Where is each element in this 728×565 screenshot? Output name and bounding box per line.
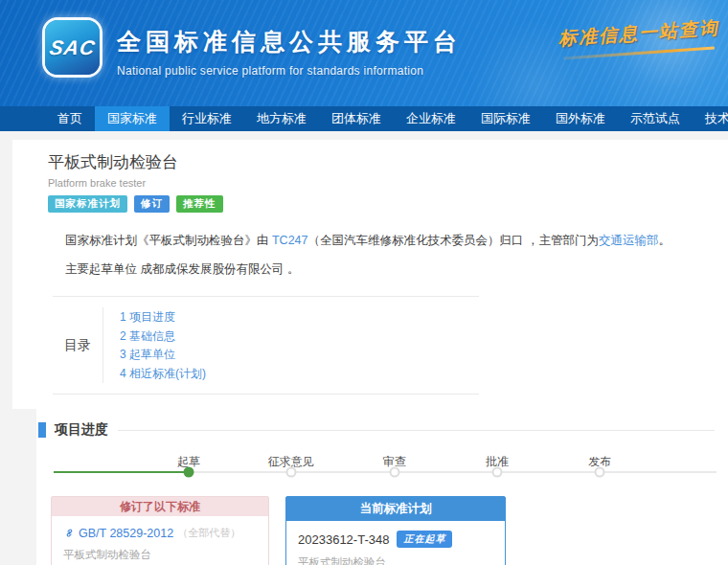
section-header: 项目进度 (36, 421, 728, 439)
toc-links: 1 项目进度 2 基础信息 3 起草单位 4 相近标准(计划) (103, 307, 206, 383)
nav-item-pilot-demos[interactable]: 示范试点 (618, 106, 693, 131)
ministry-of-transport-link[interactable]: 交通运输部 (599, 234, 659, 247)
current-card-body: 20233612-T-348 正在起草 平板式制动检验台 (286, 521, 505, 565)
nav-item-foreign-standards[interactable]: 国外标准 (543, 106, 618, 131)
main-nav: 首页 国家标准 行业标准 地方标准 团体标准 企业标准 国际标准 国外标准 示范… (0, 106, 728, 131)
intro-prefix: 国家标准计划《平板式制动检验台》由 (65, 234, 272, 247)
step-dot-soliciting-opinions (285, 467, 296, 478)
toc-label: 目录 (53, 307, 103, 383)
site-brand: 全国标准信息公共服务平台 National public service pla… (117, 26, 462, 78)
toc-item-basic-info[interactable]: 2 基础信息 (120, 328, 206, 347)
step-dot-review (389, 467, 399, 478)
nav-item-industry-standards[interactable]: 行业标准 (170, 106, 244, 131)
intro-middle: （全国汽车维修标准化技术委员会）归口 ，主管部门为 (308, 234, 599, 247)
nav-item-technical-committees[interactable]: 技术委员会 (693, 106, 728, 131)
table-of-contents: 目录 1 项目进度 2 基础信息 3 起草单位 4 相近标准(计划) (53, 296, 479, 395)
tag-national-plan: 国家标准计划 (48, 195, 127, 213)
tag-recommended: 推荐性 (176, 195, 223, 213)
page-title: 平板式制动检验台 (48, 151, 711, 173)
status-badge: 正在起草 (397, 531, 452, 548)
nav-item-enterprise-standards[interactable]: 企业标准 (394, 106, 468, 131)
project-progress-panel: 项目进度 起草 征求意见 审查 批准 发布 修订了以下标准 GB/T 28529… (36, 409, 728, 565)
step-dot-drafting (184, 467, 194, 478)
nav-item-group-standards[interactable]: 团体标准 (319, 106, 394, 131)
standard-detail-card: 平板式制动检验台 Platform brake tester 国家标准计划 修订… (12, 140, 728, 409)
toc-item-similar-standards[interactable]: 4 相近标准(计划) (120, 365, 206, 384)
nav-item-international-standards[interactable]: 国际标准 (468, 106, 543, 131)
toc-item-project-progress[interactable]: 1 项目进度 (120, 308, 206, 328)
plan-number: 20233612-T-348 (298, 532, 389, 547)
slogan-calligraphy: 标准信息一站查询 (557, 15, 720, 52)
site-header: SAC 全国标准信息公共服务平台 National public service… (0, 0, 728, 106)
section-marker-icon (38, 422, 46, 438)
revised-standards-card: 修订了以下标准 GB/T 28529-2012 （全部代替） 平板式制动检验台 (51, 496, 269, 565)
step-dot-publication (595, 467, 605, 478)
tag-row: 国家标准计划 修订 推荐性 (48, 195, 711, 213)
site-title: 全国标准信息公共服务平台 (117, 26, 462, 57)
revised-card-body: GB/T 28529-2012 （全部代替） 平板式制动检验台 (52, 516, 268, 562)
sac-logo-text: SAC (48, 36, 98, 59)
sac-logo-icon[interactable]: SAC (45, 20, 100, 75)
nav-item-home[interactable]: 首页 (45, 106, 95, 131)
page-title-english: Platform brake tester (48, 177, 711, 189)
intro-suffix: 。 (659, 234, 671, 247)
current-plan-name: 平板式制动检验台 (298, 555, 493, 565)
progress-track-completed (54, 471, 189, 473)
step-dot-approval (491, 467, 502, 478)
tag-revision: 修订 (134, 195, 170, 213)
chain-link-icon (63, 527, 76, 539)
section-divider (118, 430, 715, 431)
revised-standard-link[interactable]: GB/T 28529-2012 (79, 527, 173, 540)
progress-timeline: 起草 征求意见 审查 批准 发布 (54, 454, 717, 483)
drafting-unit-paragraph: 主要起草单位 成都成保发展股份有限公司 。 (65, 261, 711, 278)
replacement-note: （全部代替） (177, 526, 240, 540)
site-subtitle: National public service platform for sta… (117, 64, 462, 78)
section-title: 项目进度 (55, 421, 108, 439)
nav-item-national-standards[interactable]: 国家标准 (95, 106, 170, 131)
current-plan-card: 当前标准计划 20233612-T-348 正在起草 平板式制动检验台 (285, 496, 506, 565)
revised-card-header: 修订了以下标准 (52, 497, 268, 516)
current-card-header: 当前标准计划 (286, 497, 505, 521)
nav-item-local-standards[interactable]: 地方标准 (244, 106, 319, 131)
intro-paragraph: 国家标准计划《平板式制动检验台》由 TC247（全国汽车维修标准化技术委员会）归… (65, 233, 711, 249)
toc-item-drafting-units[interactable]: 3 起草单位 (120, 346, 206, 365)
revised-standard-name: 平板式制动检验台 (63, 548, 257, 562)
related-cards-row: 修订了以下标准 GB/T 28529-2012 （全部代替） 平板式制动检验台 … (51, 496, 728, 565)
tc247-link[interactable]: TC247 (272, 234, 308, 247)
